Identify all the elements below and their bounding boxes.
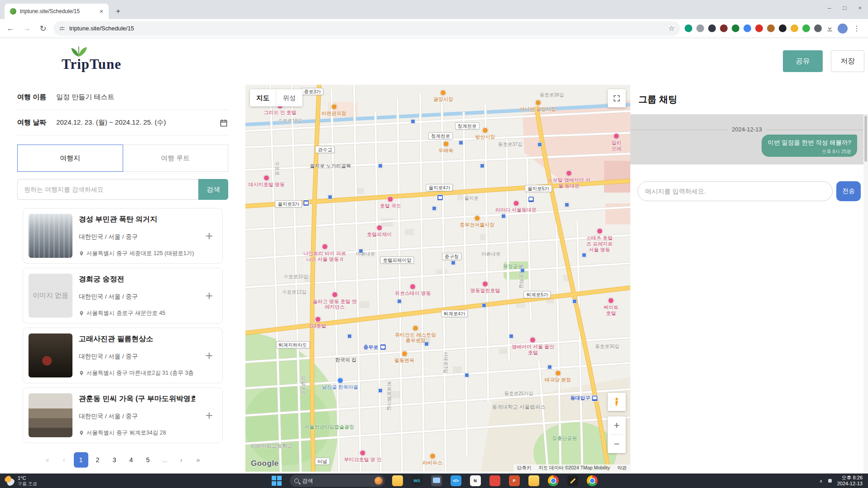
extension-icon[interactable]	[802, 24, 810, 32]
red-app-icon[interactable]	[489, 475, 500, 486]
poi-icon	[264, 175, 269, 181]
folder-icon[interactable]	[528, 475, 539, 486]
map-label: 리라아트고등학교	[251, 443, 293, 449]
pagination-page-2[interactable]: 2	[91, 452, 105, 468]
map-terms-link[interactable]: 약관	[617, 465, 627, 471]
pagination-page-4[interactable]: 4	[124, 452, 139, 468]
chat-scrollbar[interactable]	[863, 115, 868, 474]
extension-icon[interactable]	[708, 24, 716, 32]
pagination-page-3[interactable]: 3	[107, 452, 122, 468]
chrome-icon[interactable]	[548, 475, 559, 486]
extension-icon[interactable]	[696, 24, 704, 32]
pagination-page-5[interactable]: 5	[141, 452, 155, 468]
logo-text: TripTune	[62, 56, 121, 72]
map-label: 나인트리 바이 파르나스 서울 명동 II	[302, 244, 347, 262]
place-card[interactable]: 경성 부민관 폭탄 의거지 대한민국 / 서울 / 중구 서울특별시 중구 세종…	[23, 208, 223, 264]
extension-icon[interactable]	[779, 24, 786, 32]
window-minimize-button[interactable]: –	[828, 5, 831, 11]
scrollbar-thumb[interactable]	[864, 116, 867, 162]
place-card[interactable]: 고래사진관 필름현상소 대한민국 / 서울 / 중구 서울특별시 중구 마른내로…	[23, 328, 223, 383]
address-bar[interactable]: triptune.site/Schedule/15 ☆	[53, 21, 680, 36]
pagination-next-button[interactable]: ›	[174, 452, 189, 468]
save-button[interactable]: 저장	[831, 50, 864, 72]
subway-icon: M	[303, 200, 309, 206]
search-input[interactable]	[17, 179, 198, 200]
bus-stop-marker	[378, 388, 383, 393]
tab-route[interactable]: 여행 루트	[123, 145, 229, 172]
browser-tab[interactable]: triptune.site/Schedule/15 ×	[5, 4, 109, 19]
taskbar-clock[interactable]: 오후 8:26 2024-12-13	[837, 475, 863, 486]
calendar-icon[interactable]	[219, 118, 228, 127]
bus-stop-marker	[501, 214, 506, 218]
map-label: 퇴계지하차도	[276, 341, 310, 348]
map-shortcuts-link[interactable]: 단축키	[517, 465, 532, 471]
extension-icon[interactable]	[767, 24, 775, 32]
pagination-last-button[interactable]: »	[191, 452, 206, 468]
add-place-button[interactable]: +	[201, 408, 217, 423]
map-label: 써미트호텔	[601, 298, 621, 316]
triptune-logo[interactable]: TripTune	[62, 44, 121, 72]
zoom-in-button[interactable]: +	[608, 416, 626, 435]
file-explorer-icon[interactable]	[392, 475, 403, 486]
search-button[interactable]: 검색	[198, 179, 228, 200]
extension-icon[interactable]	[755, 24, 763, 32]
map-label: 을지로4가	[426, 184, 453, 191]
vscode-icon[interactable]: </>	[451, 475, 461, 486]
tray-status-icon[interactable]	[828, 479, 832, 483]
webstorm-icon[interactable]: WS	[412, 475, 422, 486]
chat-date-divider: 2024-12-13	[727, 126, 767, 133]
add-place-button[interactable]: +	[201, 348, 217, 363]
extension-icon[interactable]	[720, 24, 728, 32]
taskbar-search[interactable]: 검색	[290, 475, 385, 487]
remote-desktop-icon[interactable]	[431, 475, 442, 486]
place-meta: 대한민국 / 서울 / 중구	[79, 412, 195, 420]
tray-chevron-icon[interactable]: ∧	[819, 478, 822, 483]
poi-icon	[443, 141, 449, 147]
poi-icon	[555, 370, 561, 376]
pagination-page-1[interactable]: 1	[74, 452, 88, 468]
extension-icon[interactable]	[791, 24, 798, 32]
fullscreen-button[interactable]	[608, 89, 626, 107]
extension-icon[interactable]	[743, 24, 751, 32]
profile-avatar[interactable]	[838, 24, 848, 34]
pegman-icon[interactable]	[608, 393, 626, 411]
place-card[interactable]: 이미지 없음 경희궁 숭정전 대한민국 / 서울 / 중구 서울특별시 종로구 …	[23, 268, 223, 324]
start-button[interactable]	[271, 475, 283, 487]
editor-app-icon[interactable]	[567, 475, 578, 486]
tab-destinations[interactable]: 여행지	[17, 145, 123, 172]
new-tab-button[interactable]: +	[112, 5, 124, 17]
forward-button[interactable]: →	[21, 24, 33, 33]
send-button[interactable]: 전송	[836, 181, 861, 201]
taskbar-weather[interactable]: 1°C 구름 조금	[0, 475, 37, 486]
add-place-button[interactable]: +	[201, 289, 217, 303]
back-button[interactable]: ←	[5, 24, 16, 33]
extension-icon[interactable]	[732, 24, 739, 32]
map-label: 청계천로	[428, 132, 453, 140]
window-maximize-button[interactable]: □	[843, 5, 847, 11]
chrome-profile-2-icon[interactable]	[587, 475, 598, 486]
zoom-out-button[interactable]: −	[608, 435, 626, 453]
clock-time: 오후 8:26	[842, 475, 863, 481]
window-close-button[interactable]: ×	[858, 5, 862, 11]
map-type-map-button[interactable]: 지도	[250, 89, 276, 106]
map-label: 서애로3길	[443, 352, 449, 373]
powerpoint-icon[interactable]: P	[509, 475, 520, 486]
reload-button[interactable]: ↻	[37, 24, 49, 34]
pagination-prev-button[interactable]: ‹	[57, 452, 72, 468]
map-labels: 종로3가동호로38길광장시장어니언 광장시장그리드 인 호텔라면편의점수표로18…	[245, 85, 630, 472]
notion-icon[interactable]: N	[470, 475, 481, 486]
extension-icon[interactable]	[685, 24, 692, 32]
map-canvas[interactable]: 종로3가동호로38길광장시장어니언 광장시장그리드 인 호텔라면편의점수표로18…	[245, 85, 630, 472]
extensions-puzzle-icon[interactable]	[814, 24, 822, 32]
add-place-button[interactable]: +	[201, 229, 217, 243]
map-type-satellite-button[interactable]: 위성	[276, 89, 302, 106]
place-card[interactable]: 관훈동 민씨 가옥 (구 부마도위박영효 대한민국 / 서울 / 중구 서울특별…	[23, 387, 223, 443]
place-meta: 대한민국 / 서울 / 중구	[79, 293, 195, 301]
download-icon[interactable]	[826, 24, 834, 32]
bookmark-star-icon[interactable]: ☆	[669, 24, 675, 33]
pagination-first-button[interactable]: «	[40, 452, 55, 468]
share-button[interactable]: 공유	[783, 50, 823, 72]
chat-message-input[interactable]	[638, 181, 833, 201]
tab-close-icon[interactable]: ×	[98, 8, 105, 15]
browser-menu-icon[interactable]: ⋮	[852, 24, 862, 33]
